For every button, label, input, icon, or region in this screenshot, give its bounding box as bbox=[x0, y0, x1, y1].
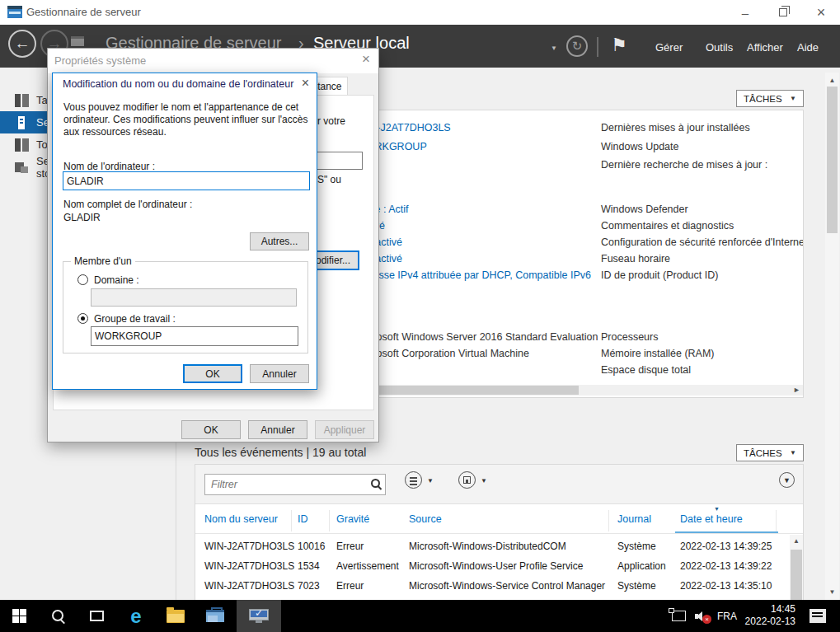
system-properties-button[interactable]: ✓ bbox=[237, 600, 281, 632]
ok-button[interactable]: OK bbox=[181, 420, 241, 439]
restore-button[interactable] bbox=[764, 0, 802, 25]
member-of-groupbox: Membre d'un Domaine : Groupe de travail … bbox=[63, 261, 308, 353]
language-indicator[interactable]: FRA bbox=[714, 600, 740, 632]
tasks-label: TÂCHES bbox=[744, 448, 782, 458]
clock[interactable]: 14:45 2022-02-13 bbox=[745, 603, 795, 628]
cell-id: 1534 bbox=[298, 560, 320, 572]
cancel-button[interactable]: Annuler bbox=[248, 420, 307, 439]
full-name-value: GLADIR bbox=[63, 212, 101, 223]
dialog-description: Vous pouvez modifier le nom et l'apparte… bbox=[63, 101, 312, 138]
cell-server: WIN-J2AT7DHO3LS bbox=[204, 560, 294, 572]
column-header-source[interactable]: Source bbox=[409, 513, 442, 525]
property-label-feedback: Commentaires et diagnostics bbox=[601, 220, 734, 232]
scroll-up-icon[interactable]: ▲ bbox=[825, 77, 839, 84]
task-view-button[interactable] bbox=[77, 600, 115, 632]
domain-input[interactable] bbox=[91, 288, 297, 307]
window-vscrollbar[interactable]: ▲ ▼ bbox=[825, 73, 839, 600]
column-header-id[interactable]: ID bbox=[298, 513, 308, 525]
cell-server: WIN-J2AT7DHO3LS bbox=[204, 580, 294, 592]
breadcrumb-app-icon bbox=[71, 36, 84, 46]
clock-time: 14:45 bbox=[745, 603, 795, 616]
hscroll-right-arrow-icon[interactable]: ► bbox=[793, 385, 800, 396]
server-manager-icon bbox=[7, 6, 22, 18]
vscroll-thumb[interactable] bbox=[791, 550, 802, 601]
member-of-label: Membre d'un bbox=[71, 255, 135, 267]
caret-down-icon[interactable]: ▼ bbox=[427, 477, 434, 485]
filter-input[interactable] bbox=[204, 474, 386, 495]
column-divider bbox=[776, 510, 777, 531]
ok-button[interactable]: OK bbox=[183, 364, 242, 383]
list-options-button[interactable] bbox=[405, 471, 422, 489]
column-header-server[interactable]: Nom du serveur bbox=[204, 513, 278, 525]
workgroup-label: Groupe de travail : bbox=[94, 313, 176, 325]
workgroup-input[interactable] bbox=[91, 326, 298, 346]
example-text-fragment: S" ou bbox=[317, 174, 341, 185]
internet-explorer-button[interactable]: e bbox=[117, 600, 155, 632]
properties-tasks-button[interactable]: TÂCHES▼ bbox=[736, 90, 804, 107]
notifications-flag-icon[interactable]: ⚑ bbox=[611, 35, 627, 56]
refresh-button[interactable]: ↻ bbox=[566, 35, 588, 57]
server-manager-button[interactable] bbox=[196, 600, 234, 632]
caret-down-icon: ▼ bbox=[790, 95, 796, 102]
property-ethernet-value[interactable]: Adresse IPv4 attribuée par DHCP, Compati… bbox=[357, 269, 591, 281]
cell-journal: Application bbox=[617, 560, 666, 572]
collapse-chevron-icon[interactable]: ▼ bbox=[779, 472, 795, 488]
property-label-processors: Processeurs bbox=[601, 331, 658, 343]
column-header-severity[interactable]: Gravité bbox=[336, 513, 369, 525]
menu-afficher[interactable]: Afficher bbox=[747, 41, 783, 54]
close-button[interactable]: × bbox=[802, 0, 840, 25]
workgroup-radio[interactable] bbox=[77, 313, 88, 324]
network-tray-button[interactable] bbox=[666, 600, 691, 632]
menu-aide[interactable]: Aide bbox=[797, 41, 819, 54]
vscroll-thumb[interactable] bbox=[827, 87, 838, 233]
internet-explorer-icon: e bbox=[130, 606, 141, 626]
events-tasks-button[interactable]: TÂCHES▼ bbox=[736, 444, 804, 461]
column-divider bbox=[329, 510, 330, 531]
domain-radio[interactable] bbox=[77, 274, 88, 285]
events-summary: Tous les événements | 19 au total bbox=[195, 446, 366, 459]
cell-severity: Erreur bbox=[336, 580, 364, 592]
property-label-timezone: Fuseau horaire bbox=[601, 253, 670, 265]
scroll-down-icon[interactable]: ▼ bbox=[825, 588, 839, 596]
cell-severity: Erreur bbox=[336, 541, 364, 552]
windows-logo-icon bbox=[12, 609, 26, 623]
save-query-button[interactable] bbox=[458, 471, 476, 489]
computer-name-input[interactable] bbox=[63, 171, 310, 190]
property-label-defender: Windows Defender bbox=[601, 204, 688, 215]
sort-descending-icon: ▼ bbox=[714, 506, 720, 512]
breadcrumb-caret-icon[interactable]: ▼ bbox=[551, 44, 557, 52]
action-center-button[interactable]: 1 bbox=[801, 600, 834, 632]
taskbar-search-button[interactable] bbox=[40, 600, 77, 632]
volume-tray-button[interactable]: × bbox=[691, 600, 716, 632]
column-divider bbox=[608, 510, 609, 531]
menu-outils[interactable]: Outils bbox=[706, 41, 733, 54]
network-icon bbox=[672, 611, 686, 621]
back-button[interactable]: ← bbox=[8, 30, 36, 58]
domain-label: Domaine : bbox=[94, 274, 139, 286]
search-icon[interactable] bbox=[370, 478, 382, 490]
search-icon bbox=[51, 609, 66, 624]
taskbar: e ✓ × FRA 14:45 2022-02-13 1 bbox=[0, 600, 840, 632]
menu-gerer[interactable]: Gérer bbox=[655, 41, 683, 54]
cell-server: WIN-J2AT7DHO3LS bbox=[204, 541, 294, 552]
apply-button[interactable]: Appliquer bbox=[315, 420, 374, 439]
property-label-ie-esc: Configuration de sécurité renforcée d'In… bbox=[601, 236, 803, 248]
minimize-button[interactable]: – bbox=[726, 0, 764, 25]
column-header-datetime[interactable]: Date et heure bbox=[680, 513, 743, 525]
caret-down-icon: ▼ bbox=[790, 449, 796, 456]
events-vscrollbar[interactable]: ▲ bbox=[790, 535, 803, 601]
close-icon[interactable]: × bbox=[362, 51, 370, 68]
scroll-up-icon[interactable]: ▲ bbox=[790, 537, 803, 545]
cell-id: 7023 bbox=[298, 580, 320, 592]
server-manager-window: Gestionnaire de serveur – × ← → Gestionn… bbox=[0, 0, 840, 632]
more-button[interactable]: Autres... bbox=[250, 232, 309, 250]
dialog-title: Modification du nom ou du domaine de l'o… bbox=[63, 78, 293, 90]
start-button[interactable] bbox=[0, 600, 38, 632]
column-header-journal[interactable]: Journal bbox=[617, 513, 651, 525]
cancel-button[interactable]: Annuler bbox=[250, 364, 309, 383]
column-divider bbox=[291, 510, 292, 531]
close-icon[interactable]: × bbox=[302, 76, 309, 91]
file-explorer-button[interactable] bbox=[157, 600, 195, 632]
caret-down-icon[interactable]: ▼ bbox=[481, 477, 487, 485]
dashboard-icon bbox=[15, 94, 30, 107]
